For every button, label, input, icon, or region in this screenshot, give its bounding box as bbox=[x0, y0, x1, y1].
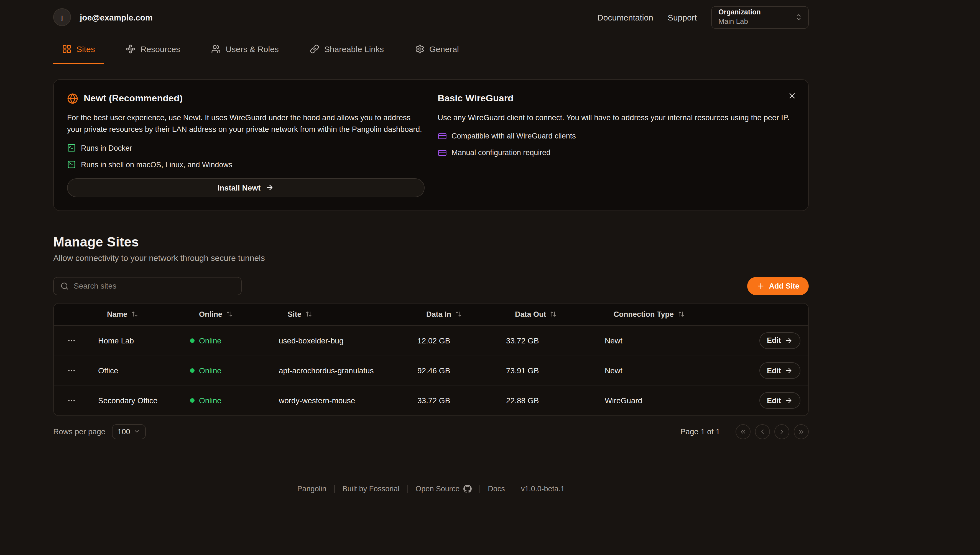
first-page-button[interactable] bbox=[735, 424, 750, 439]
sort-icon bbox=[306, 311, 312, 318]
close-onboarding-button[interactable] bbox=[785, 88, 799, 103]
feature-label: Manual configuration required bbox=[452, 149, 550, 157]
table-header-row: Name Online Site Data In Data Out bbox=[54, 303, 808, 326]
cell-site: used-boxelder-bug bbox=[270, 336, 409, 345]
search-icon bbox=[60, 282, 69, 290]
cell-connection-type: WireGuard bbox=[596, 396, 721, 405]
column-data-in[interactable]: Data In bbox=[409, 310, 497, 319]
footer-open-source-label: Open Source bbox=[415, 484, 460, 493]
footer-version: v1.0.0-beta.1 bbox=[521, 484, 565, 493]
chevron-down-icon bbox=[133, 428, 140, 435]
organization-selector-texts: Organization Main Lab bbox=[718, 8, 790, 26]
add-site-button[interactable]: Add Site bbox=[747, 277, 809, 295]
status-label: Online bbox=[199, 396, 221, 405]
tab-resources[interactable]: Resources bbox=[117, 34, 189, 64]
tab-general[interactable]: General bbox=[406, 34, 468, 64]
tab-sites[interactable]: Sites bbox=[53, 34, 104, 64]
documentation-link[interactable]: Documentation bbox=[597, 13, 653, 22]
newt-description: For the best user experience, use Newt. … bbox=[67, 112, 424, 136]
column-name[interactable]: Name bbox=[89, 310, 181, 319]
globe-icon bbox=[67, 93, 78, 104]
previous-page-button[interactable] bbox=[755, 424, 770, 439]
row-menu-button[interactable] bbox=[64, 333, 79, 348]
newt-title: Newt (Recommended) bbox=[84, 93, 183, 104]
cell-connection-type: Newt bbox=[596, 336, 721, 345]
footer-docs-link[interactable]: Docs bbox=[488, 484, 505, 493]
feature-label: Runs in shell on macOS, Linux, and Windo… bbox=[81, 160, 232, 169]
feature-item: Manual configuration required bbox=[438, 146, 795, 160]
column-site[interactable]: Site bbox=[270, 310, 409, 319]
column-online[interactable]: Online bbox=[181, 310, 270, 319]
user-email: joe@example.com bbox=[80, 13, 153, 22]
app-root: j joe@example.com Documentation Support … bbox=[0, 0, 980, 555]
users-icon bbox=[211, 44, 220, 54]
onboarding-card: Newt (Recommended) For the best user exp… bbox=[53, 79, 809, 211]
feature-label: Runs in Docker bbox=[81, 144, 132, 152]
cell-site: apt-acrochordus-granulatus bbox=[270, 366, 409, 375]
tab-label: General bbox=[429, 44, 459, 54]
chevrons-up-down-icon bbox=[795, 13, 803, 21]
footer-built-by-link[interactable]: Built by Fossorial bbox=[343, 484, 400, 493]
cell-data-out: 33.72 GB bbox=[497, 336, 596, 345]
cell-data-in: 92.46 GB bbox=[409, 366, 497, 375]
sites-table: Name Online Site Data In Data Out bbox=[53, 303, 809, 416]
search-box bbox=[53, 277, 242, 295]
row-menu-button[interactable] bbox=[64, 393, 79, 409]
feature-item: Compatible with all WireGuard clients bbox=[438, 129, 795, 143]
online-dot bbox=[190, 369, 195, 373]
last-page-button[interactable] bbox=[794, 424, 809, 439]
sort-icon bbox=[226, 311, 233, 318]
chevrons-right-icon bbox=[798, 428, 805, 435]
edit-button[interactable]: Edit bbox=[759, 332, 800, 349]
search-input[interactable] bbox=[74, 282, 235, 290]
gear-icon bbox=[415, 44, 424, 54]
page-subtitle: Allow connectivity to your network throu… bbox=[53, 253, 809, 263]
github-icon bbox=[463, 484, 472, 493]
sort-icon bbox=[455, 311, 462, 318]
feature-label: Compatible with all WireGuard clients bbox=[452, 132, 576, 140]
close-icon bbox=[788, 91, 797, 100]
organization-selector[interactable]: Organization Main Lab bbox=[711, 6, 809, 29]
cell-data-out: 22.88 GB bbox=[497, 396, 596, 405]
footer-divider bbox=[480, 484, 480, 493]
online-dot bbox=[190, 399, 195, 403]
tab-shareable-links[interactable]: Shareable Links bbox=[301, 34, 393, 64]
rows-per-page-select[interactable]: 100 bbox=[112, 424, 145, 439]
footer-open-source-link[interactable]: Open Source bbox=[415, 484, 472, 493]
ellipsis-icon bbox=[67, 336, 76, 345]
install-newt-button[interactable]: Install Newt bbox=[67, 178, 424, 197]
edit-label: Edit bbox=[767, 367, 781, 375]
page-status: Page 1 of 1 bbox=[681, 427, 720, 436]
link-icon bbox=[310, 44, 319, 54]
edit-label: Edit bbox=[767, 337, 781, 345]
edit-button[interactable]: Edit bbox=[759, 393, 800, 409]
feature-item: Runs in shell on macOS, Linux, and Windo… bbox=[67, 158, 424, 172]
top-bar: j joe@example.com Documentation Support … bbox=[53, 0, 809, 34]
column-data-out[interactable]: Data Out bbox=[497, 310, 596, 319]
edit-button[interactable]: Edit bbox=[759, 363, 800, 379]
cell-data-out: 73.91 GB bbox=[497, 366, 596, 375]
rows-per-page-label: Rows per page bbox=[53, 427, 105, 436]
page-title: Manage Sites bbox=[53, 234, 809, 250]
cell-name: Office bbox=[89, 366, 181, 375]
cell-data-in: 33.72 GB bbox=[409, 396, 497, 405]
support-link[interactable]: Support bbox=[668, 13, 697, 22]
tab-label: Sites bbox=[77, 44, 95, 54]
column-label: Connection Type bbox=[614, 310, 674, 319]
chevrons-left-icon bbox=[739, 428, 747, 435]
main-content: Newt (Recommended) For the best user exp… bbox=[53, 64, 809, 493]
cell-connection-type: Newt bbox=[596, 366, 721, 375]
next-page-button[interactable] bbox=[774, 424, 789, 439]
row-menu-button[interactable] bbox=[64, 363, 79, 379]
column-connection-type[interactable]: Connection Type bbox=[596, 310, 721, 319]
status-label: Online bbox=[199, 336, 221, 345]
footer-divider bbox=[513, 484, 513, 493]
table-row: Home Lab Online used-boxelder-bug 12.02 … bbox=[54, 326, 808, 356]
terminal-icon bbox=[67, 160, 76, 169]
tab-label: Resources bbox=[140, 44, 180, 54]
avatar[interactable]: j bbox=[53, 8, 71, 26]
cell-name: Home Lab bbox=[89, 336, 181, 345]
tab-users-roles[interactable]: Users & Roles bbox=[202, 34, 288, 64]
ellipsis-icon bbox=[67, 396, 76, 405]
arrow-right-icon bbox=[785, 337, 793, 345]
